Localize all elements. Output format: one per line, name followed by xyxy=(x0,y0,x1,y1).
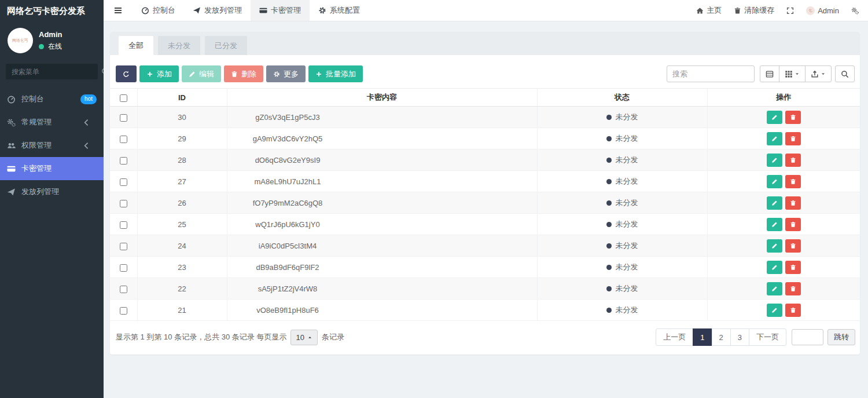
row-checkbox[interactable] xyxy=(120,221,127,229)
cell-status: 未分发 xyxy=(537,171,707,192)
search-icon xyxy=(841,70,849,78)
row-delete-button[interactable] xyxy=(785,175,801,188)
page-button-2[interactable]: 2 xyxy=(712,328,731,346)
add-button[interactable]: 添加 xyxy=(139,65,179,82)
select-all-checkbox[interactable] xyxy=(120,94,127,102)
nav-tab-cardkeys[interactable]: 卡密管理 xyxy=(251,0,310,21)
row-edit-button[interactable] xyxy=(767,261,782,274)
prev-page-button[interactable]: 上一页 xyxy=(656,328,693,346)
add-label: 添加 xyxy=(157,69,172,79)
row-checkbox[interactable] xyxy=(120,243,127,250)
filter-tab-all[interactable]: 全部 xyxy=(119,36,153,55)
user-menu[interactable]: 乞 Admin xyxy=(806,6,839,15)
row-checkbox[interactable] xyxy=(120,178,127,186)
sidebar-search-input[interactable] xyxy=(12,68,101,76)
cell-actions xyxy=(707,214,860,235)
credit-card-icon xyxy=(7,165,16,173)
export-button[interactable] xyxy=(805,65,832,82)
cell-id: 29 xyxy=(137,128,227,149)
sidebar-toggle-button[interactable] xyxy=(104,0,133,21)
batch-add-button[interactable]: 批量添加 xyxy=(308,65,363,82)
home-label: 主页 xyxy=(707,5,722,16)
row-checkbox[interactable] xyxy=(120,286,127,293)
nav-tab-label: 系统配置 xyxy=(330,5,360,16)
sidebar-item-permissions[interactable]: 权限管理 xyxy=(0,134,104,157)
status-label: 未分发 xyxy=(616,284,638,293)
cardkey-panel: 全部 未分发 已分发 添加 编辑 删除 xyxy=(110,32,860,355)
jump-page-input[interactable] xyxy=(792,329,823,345)
status-dot xyxy=(606,136,612,141)
nav-tab-distribution[interactable]: 发放列管理 xyxy=(184,0,251,21)
next-page-button[interactable]: 下一页 xyxy=(749,328,786,346)
row-delete-button[interactable] xyxy=(785,282,801,295)
search-button[interactable] xyxy=(835,65,855,82)
clear-cache-link[interactable]: 清除缓存 xyxy=(734,5,774,16)
table-row: 22 sA5jP1tZ2jV4rW8 未分发 xyxy=(110,278,860,300)
nav-tab-dashboard[interactable]: 控制台 xyxy=(133,0,184,21)
row-checkbox-cell xyxy=(110,107,137,128)
table-row: 27 mA8eL9hU7uJ2hL1 未分发 xyxy=(110,171,860,192)
row-checkbox[interactable] xyxy=(120,200,127,207)
row-delete-button[interactable] xyxy=(785,261,801,274)
row-delete-button[interactable] xyxy=(785,239,801,253)
table-search-input[interactable] xyxy=(667,65,755,82)
cell-key: dO6qC8vG2eY9sI9 xyxy=(227,149,537,171)
row-edit-button[interactable] xyxy=(767,111,782,124)
row-checkbox[interactable] xyxy=(120,307,127,315)
more-button[interactable]: 更多 xyxy=(266,65,306,82)
row-checkbox-cell xyxy=(110,278,137,300)
sidebar: 网络乞丐卡密分发系 网络乞丐 Admin 在线 控制台 hot 常规管理 权限管… xyxy=(0,0,104,398)
status-label: 未分发 xyxy=(616,155,638,164)
filter-tab-distributed[interactable]: 已分发 xyxy=(205,36,247,55)
row-delete-button[interactable] xyxy=(785,154,801,167)
fullscreen-button[interactable] xyxy=(786,7,794,14)
row-checkbox[interactable] xyxy=(120,114,127,122)
card-view-button[interactable] xyxy=(760,65,779,82)
cell-status: 未分发 xyxy=(537,278,707,300)
cell-id: 23 xyxy=(137,257,227,278)
nav-tab-settings[interactable]: 系统配置 xyxy=(310,0,369,21)
page-size-dropdown[interactable]: 10 xyxy=(290,330,317,345)
row-edit-button[interactable] xyxy=(767,154,782,167)
row-edit-button[interactable] xyxy=(767,132,782,145)
row-delete-button[interactable] xyxy=(785,196,801,210)
jump-button[interactable]: 跳转 xyxy=(827,329,855,345)
row-delete-button[interactable] xyxy=(785,132,801,145)
row-checkbox[interactable] xyxy=(120,264,127,272)
row-edit-button[interactable] xyxy=(767,196,782,210)
row-checkbox[interactable] xyxy=(120,157,127,165)
delete-button[interactable]: 删除 xyxy=(224,65,263,82)
row-checkbox-cell xyxy=(110,300,137,321)
sidebar-item-distribution[interactable]: 发放列管理 xyxy=(0,180,104,203)
trash-icon xyxy=(790,221,796,228)
page-button-3[interactable]: 3 xyxy=(730,328,749,346)
row-edit-button[interactable] xyxy=(767,239,782,253)
card-view-icon xyxy=(766,70,774,78)
row-delete-button[interactable] xyxy=(785,111,801,124)
sidebar-item-label: 常规管理 xyxy=(21,117,52,127)
settings-button[interactable] xyxy=(851,7,859,14)
filter-tab-undistributed[interactable]: 未分发 xyxy=(158,36,200,55)
row-edit-button[interactable] xyxy=(767,175,782,188)
sidebar-item-label: 控制台 xyxy=(21,94,44,104)
page-button-1[interactable]: 1 xyxy=(693,328,712,346)
sidebar-item-general[interactable]: 常规管理 xyxy=(0,111,104,134)
pencil-icon xyxy=(771,307,778,313)
row-edit-button[interactable] xyxy=(767,218,782,231)
refresh-button[interactable] xyxy=(116,65,137,82)
row-edit-button[interactable] xyxy=(767,304,782,317)
row-delete-button[interactable] xyxy=(785,304,801,317)
trash-icon xyxy=(790,243,796,249)
row-edit-button[interactable] xyxy=(767,282,782,295)
batch-add-label: 批量添加 xyxy=(326,69,356,79)
columns-button[interactable] xyxy=(779,65,806,82)
pencil-icon xyxy=(771,221,778,228)
sidebar-item-dashboard[interactable]: 控制台 hot xyxy=(0,87,104,111)
home-link[interactable]: 主页 xyxy=(696,5,722,16)
edit-button[interactable]: 编辑 xyxy=(182,65,221,82)
row-checkbox[interactable] xyxy=(120,136,127,143)
cell-status: 未分发 xyxy=(537,192,707,214)
row-delete-button[interactable] xyxy=(785,218,801,231)
sidebar-item-cardkeys[interactable]: 卡密管理 xyxy=(0,157,104,180)
cell-id: 30 xyxy=(137,107,227,128)
